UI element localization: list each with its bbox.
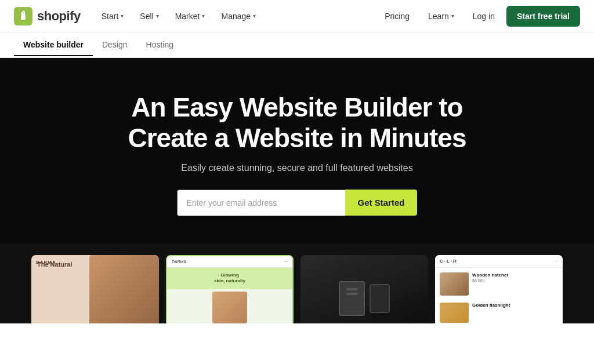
logo-text: shopify	[37, 9, 81, 24]
preview-clr-product1-name: Wooden hatchet	[472, 272, 558, 278]
nav-left: shopify Start ▾ Sell ▾ Market ▾ Manage ▾	[14, 7, 263, 26]
preview-clr-logo: C·L·R	[440, 259, 458, 264]
subnav-design[interactable]: Design	[93, 34, 137, 56]
chevron-down-icon: ▾	[451, 13, 454, 19]
get-started-button[interactable]: Get Started	[345, 190, 418, 216]
preview-clr: C·L·R ··· Wooden hatchet $8.000 Golden f…	[435, 255, 563, 323]
preview-clr-product2-name: Golden flashlight	[472, 303, 558, 308]
preview-clr-product1-image	[440, 272, 469, 296]
nav-learn[interactable]: Learn ▾	[421, 7, 461, 26]
preview-clr-product1-price: $8.000	[472, 279, 558, 283]
login-button[interactable]: Log in	[466, 7, 502, 26]
chevron-down-icon: ▾	[202, 13, 205, 19]
nav-manage[interactable]: Manage ▾	[214, 7, 263, 26]
shopify-logo-icon	[14, 7, 32, 26]
preview-glow-image-area	[167, 289, 292, 323]
preview-darma-image	[89, 255, 159, 323]
logo[interactable]: shopify	[14, 7, 81, 26]
nav-sell[interactable]: Sell ▾	[133, 7, 165, 26]
email-input[interactable]	[177, 190, 345, 216]
luggage-icon	[339, 281, 365, 316]
preview-glow-banner: Glowingskin, naturally	[167, 268, 292, 289]
shopify-bag-icon	[17, 10, 29, 22]
preview-glow-tagline: Glowingskin, naturally	[172, 272, 288, 285]
preview-travel-image	[300, 255, 428, 323]
start-free-trial-button[interactable]: Start free trial	[506, 6, 580, 27]
preview-clr-product1-info: Wooden hatchet $8.000	[472, 272, 558, 283]
hero-form: Get Started	[177, 190, 418, 216]
sub-nav: Website builder Design Hosting	[0, 32, 594, 58]
subnav-website-builder[interactable]: Website builder	[14, 34, 93, 56]
nav-right: Pricing Learn ▾ Log in Start free trial	[378, 6, 580, 27]
subnav-hosting[interactable]: Hosting	[137, 34, 183, 56]
chevron-down-icon: ▾	[156, 13, 159, 19]
hero-section: An Easy Website Builder to Create a Webs…	[0, 58, 594, 243]
nav-start[interactable]: Start ▾	[95, 7, 131, 26]
nav-pricing[interactable]: Pricing	[378, 7, 416, 26]
hero-title: An Easy Website Builder to Create a Webs…	[111, 92, 483, 154]
website-previews: DARMA The Natural DARMA ··· Glowingskin,…	[0, 243, 594, 323]
preview-clr-product1: Wooden hatchet $8.000	[435, 268, 563, 300]
preview-darma: DARMA The Natural	[31, 255, 159, 323]
preview-clr-product2: Golden flashlight	[435, 300, 563, 323]
preview-glow-face-image	[212, 292, 247, 323]
preview-glow: DARMA ··· Glowingskin, naturally Shop ou…	[166, 255, 294, 323]
preview-darma-label: DARMA	[36, 260, 56, 265]
preview-glow-header: DARMA ···	[167, 256, 292, 268]
preview-clr-product2-image	[440, 303, 469, 323]
chevron-down-icon: ▾	[121, 13, 124, 19]
preview-clr-product2-info: Golden flashlight	[472, 303, 558, 308]
hero-subtitle: Easily create stunning, secure and full …	[181, 163, 412, 173]
small-luggage-icon	[370, 284, 390, 313]
nav-market[interactable]: Market ▾	[168, 7, 212, 26]
preview-travel	[300, 255, 428, 323]
preview-clr-header: C·L·R ···	[435, 255, 563, 268]
chevron-down-icon: ▾	[253, 13, 256, 19]
top-nav: shopify Start ▾ Sell ▾ Market ▾ Manage ▾…	[0, 0, 594, 32]
